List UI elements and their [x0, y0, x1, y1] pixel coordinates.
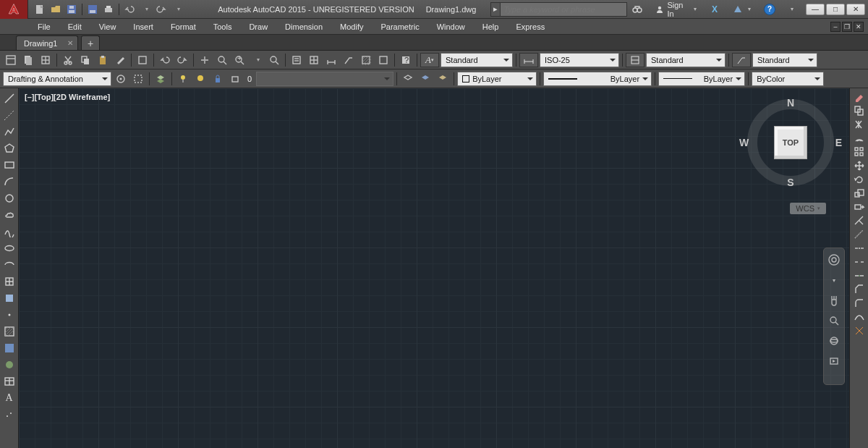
- hatch-icon[interactable]: [358, 52, 374, 68]
- zoom-window-icon[interactable]: +: [231, 52, 247, 68]
- fillet-tool-icon[interactable]: [854, 297, 865, 309]
- orbit-nav-icon[interactable]: [827, 334, 841, 348]
- search-expand-icon[interactable]: ▸: [490, 2, 501, 17]
- mdi-restore-button[interactable]: ❐: [842, 22, 852, 32]
- sign-in-button[interactable]: Sign In: [650, 2, 702, 17]
- workspace-dropdown[interactable]: Drafting & Annotation: [3, 72, 111, 86]
- workspace-settings-icon[interactable]: [113, 71, 129, 87]
- trim-tool-icon[interactable]: [854, 215, 865, 227]
- line-tool-icon[interactable]: [2, 91, 17, 106]
- mleaderstyle-button[interactable]: [732, 53, 751, 67]
- region-icon[interactable]: [375, 52, 391, 68]
- revcloud-tool-icon[interactable]: [2, 208, 17, 222]
- search-go-button[interactable]: [627, 2, 647, 17]
- mleaderstyle-dropdown[interactable]: Standard: [752, 53, 817, 67]
- tablestyle-dropdown[interactable]: Standard: [646, 53, 726, 67]
- layer-on-icon[interactable]: [175, 71, 191, 87]
- layer-properties-icon[interactable]: [153, 71, 169, 87]
- region-tool-icon[interactable]: [2, 358, 17, 372]
- qat-redo-button[interactable]: [154, 2, 169, 17]
- break-at-point-icon[interactable]: [854, 242, 865, 254]
- zoom-previous-icon[interactable]: [266, 52, 282, 68]
- close-button[interactable]: ✕: [846, 4, 865, 15]
- mleader-icon[interactable]: [341, 52, 357, 68]
- circle-tool-icon[interactable]: [2, 191, 17, 206]
- zoom-nav-icon[interactable]: [827, 313, 841, 328]
- qat-open-icon[interactable]: [48, 2, 63, 17]
- dimstyle-button[interactable]: [519, 53, 538, 67]
- layer-prev-icon[interactable]: [417, 71, 433, 87]
- help2-icon[interactable]: ?: [398, 52, 414, 68]
- minimize-button[interactable]: —: [806, 4, 825, 15]
- menu-dimension[interactable]: Dimension: [276, 19, 331, 35]
- search-input[interactable]: [501, 2, 627, 17]
- layer-match-icon[interactable]: [435, 71, 451, 87]
- qat-saveas-icon[interactable]: [85, 2, 100, 17]
- full-nav-wheel-icon[interactable]: [827, 253, 841, 267]
- blockeditor-icon[interactable]: [135, 52, 150, 68]
- redo2-icon[interactable]: [174, 52, 190, 68]
- showmotion-nav-icon[interactable]: [827, 354, 841, 368]
- drawing-canvas[interactable]: [–][Top][2D Wireframe] N S E W TOP WCS ▾: [19, 88, 849, 448]
- mtext-tool-icon[interactable]: A: [2, 391, 17, 405]
- table-tool-icon[interactable]: [2, 374, 17, 389]
- mdi-minimize-button[interactable]: –: [830, 22, 841, 32]
- compass-s[interactable]: S: [787, 177, 793, 188]
- point-tool-icon[interactable]: [2, 308, 17, 322]
- close-tab-icon[interactable]: ✕: [67, 39, 73, 47]
- compass-n[interactable]: N: [787, 97, 794, 109]
- layer-plot-icon[interactable]: [227, 71, 243, 87]
- gradient-tool-icon[interactable]: [2, 341, 17, 355]
- matchprop-icon[interactable]: [112, 52, 128, 68]
- workspace-save-icon[interactable]: [130, 71, 146, 87]
- viewcube-compass-ring[interactable]: [747, 99, 834, 186]
- extend-tool-icon[interactable]: [854, 229, 865, 240]
- array-tool-icon[interactable]: [854, 146, 865, 158]
- qat-undo-button[interactable]: [122, 2, 137, 17]
- chamfer-tool-icon[interactable]: [854, 284, 865, 295]
- menu-draw[interactable]: Draw: [240, 19, 276, 35]
- sheetset-icon[interactable]: [20, 52, 36, 68]
- construction-line-icon[interactable]: [2, 108, 17, 122]
- copy-tool-icon[interactable]: [854, 105, 865, 117]
- rectangle-tool-icon[interactable]: [2, 158, 17, 172]
- menu-edit[interactable]: Edit: [59, 19, 90, 35]
- qat-new-icon[interactable]: [33, 2, 47, 17]
- spline-tool-icon[interactable]: [2, 224, 17, 239]
- a360-button[interactable]: [728, 2, 756, 17]
- qat-redo-dropdown[interactable]: [170, 2, 184, 17]
- menu-insert[interactable]: Insert: [124, 19, 162, 35]
- paste-icon[interactable]: [95, 52, 111, 68]
- mirror-tool-icon[interactable]: [854, 119, 865, 130]
- table-icon[interactable]: [306, 52, 322, 68]
- blend-tool-icon[interactable]: [854, 311, 865, 323]
- color-dropdown[interactable]: ByLayer: [457, 72, 537, 86]
- textstyle-button[interactable]: A▾: [420, 53, 439, 67]
- pan-icon[interactable]: [197, 52, 213, 68]
- rotate-tool-icon[interactable]: [854, 174, 865, 185]
- join-tool-icon[interactable]: [854, 270, 865, 282]
- erase-tool-icon[interactable]: [854, 91, 865, 103]
- offset-tool-icon[interactable]: [854, 132, 865, 144]
- break-tool-icon[interactable]: [854, 256, 865, 268]
- compass-e[interactable]: E: [835, 137, 842, 148]
- scale-tool-icon[interactable]: [854, 187, 865, 199]
- undo2-icon[interactable]: [157, 52, 173, 68]
- mdi-close-button[interactable]: ✕: [854, 22, 864, 32]
- arc-tool-icon[interactable]: [2, 174, 17, 189]
- move-tool-icon[interactable]: [854, 160, 865, 172]
- copy-icon[interactable]: [77, 52, 93, 68]
- menu-file[interactable]: File: [29, 19, 59, 35]
- polygon-tool-icon[interactable]: [2, 141, 17, 156]
- layer-lock-icon[interactable]: [210, 71, 226, 87]
- menu-view[interactable]: View: [90, 19, 125, 35]
- menu-express[interactable]: Express: [507, 19, 553, 35]
- lineweight-dropdown[interactable]: ByLayer: [658, 72, 745, 86]
- polyline-tool-icon[interactable]: [2, 124, 17, 139]
- linetype-dropdown[interactable]: ByLayer: [543, 72, 652, 86]
- hatch-tool-icon[interactable]: [2, 324, 17, 339]
- wcs-dropdown[interactable]: WCS: [790, 203, 826, 214]
- menu-modify[interactable]: Modify: [331, 19, 372, 35]
- nav-dropdown-icon[interactable]: ▾: [827, 273, 841, 287]
- textstyle-dropdown[interactable]: Standard: [441, 53, 513, 67]
